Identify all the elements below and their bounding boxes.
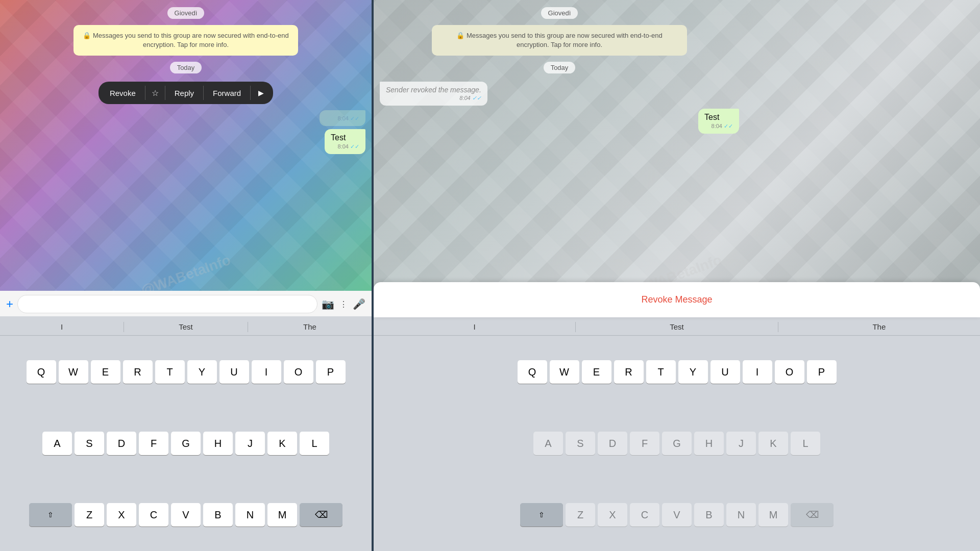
right-key-r[interactable]: R bbox=[614, 360, 644, 384]
right-suggestion-1[interactable]: Test bbox=[576, 320, 777, 333]
right-key-x[interactable]: X bbox=[598, 503, 627, 527]
right-revoked-wrapper: Sender revoked the message. 8:04 ✓✓ bbox=[380, 82, 739, 106]
key-backspace[interactable]: ⌫ bbox=[300, 503, 342, 527]
ctx-separator-3 bbox=[203, 86, 204, 100]
right-key-n[interactable]: N bbox=[726, 503, 756, 527]
key-i[interactable]: I bbox=[252, 360, 281, 384]
right-key-u[interactable]: U bbox=[710, 360, 740, 384]
left-input-icons: 📷 ⋮ 🎤 bbox=[322, 298, 365, 310]
left-message-input[interactable] bbox=[17, 295, 317, 313]
right-key-p[interactable]: P bbox=[807, 360, 837, 384]
right-test-bubble: Test 8:04 ✓✓ bbox=[698, 109, 739, 134]
reply-button[interactable]: Reply bbox=[166, 85, 202, 102]
bubble-hidden-meta: 8:04 ✓✓ bbox=[326, 115, 359, 122]
right-key-m[interactable]: M bbox=[758, 503, 788, 527]
key-u[interactable]: U bbox=[219, 360, 249, 384]
key-v[interactable]: V bbox=[171, 503, 201, 527]
bubble-test-meta: 8:04 ✓✓ bbox=[331, 143, 359, 150]
right-key-y[interactable]: Y bbox=[678, 360, 708, 384]
revoke-message-button[interactable]: Revoke Message bbox=[384, 290, 970, 309]
right-key-t[interactable]: T bbox=[646, 360, 676, 384]
right-key-c[interactable]: C bbox=[630, 503, 659, 527]
key-x[interactable]: X bbox=[107, 503, 136, 527]
left-more-icon[interactable]: ⋮ bbox=[339, 299, 348, 309]
key-y[interactable]: Y bbox=[187, 360, 217, 384]
right-key-h[interactable]: H bbox=[694, 432, 724, 455]
key-d[interactable]: D bbox=[107, 432, 136, 455]
left-mic-icon[interactable]: 🎤 bbox=[353, 298, 365, 310]
right-day-badge-today: Today bbox=[544, 62, 576, 73]
key-s[interactable]: S bbox=[75, 432, 104, 455]
right-test-wrapper: Test 8:04 ✓✓ bbox=[380, 109, 739, 134]
right-key-j[interactable]: J bbox=[726, 432, 756, 455]
right-messages: Sender revoked the message. 8:04 ✓✓ Test… bbox=[380, 82, 739, 134]
key-b[interactable]: B bbox=[203, 503, 233, 527]
test-checkmarks: ✓✓ bbox=[350, 143, 359, 149]
key-h[interactable]: H bbox=[203, 432, 233, 455]
left-suggestion-2[interactable]: The bbox=[248, 320, 372, 333]
right-key-d[interactable]: D bbox=[598, 432, 627, 455]
right-test-meta: 8:04 ✓✓ bbox=[704, 123, 733, 130]
star-icon[interactable]: ☆ bbox=[146, 84, 164, 102]
key-q[interactable]: Q bbox=[27, 360, 56, 384]
key-r[interactable]: R bbox=[123, 360, 153, 384]
key-z[interactable]: Z bbox=[75, 503, 104, 527]
right-key-shift[interactable]: ⇧ bbox=[520, 503, 563, 527]
right-key-q[interactable]: Q bbox=[518, 360, 547, 384]
key-e[interactable]: E bbox=[91, 360, 120, 384]
key-f[interactable]: F bbox=[139, 432, 168, 455]
right-key-e[interactable]: E bbox=[582, 360, 611, 384]
key-a[interactable]: A bbox=[42, 432, 72, 455]
key-k[interactable]: K bbox=[267, 432, 297, 455]
right-key-f[interactable]: F bbox=[630, 432, 659, 455]
key-p[interactable]: P bbox=[316, 360, 346, 384]
play-button[interactable]: ▶ bbox=[252, 84, 270, 102]
right-key-k[interactable]: K bbox=[758, 432, 788, 455]
right-suggestion-0[interactable]: I bbox=[374, 320, 575, 333]
key-n[interactable]: N bbox=[235, 503, 265, 527]
ctx-separator-1 bbox=[145, 86, 145, 100]
right-keyboard-rows: Q W E R T Y U I O P A S D F G H J K L bbox=[374, 336, 980, 551]
right-encryption-notice[interactable]: 🔒 Messages you send to this group are no… bbox=[432, 25, 687, 56]
key-shift[interactable]: ⇧ bbox=[29, 503, 72, 527]
key-g[interactable]: G bbox=[171, 432, 201, 455]
right-key-l[interactable]: L bbox=[791, 432, 820, 455]
right-key-s[interactable]: S bbox=[566, 432, 595, 455]
right-key-g[interactable]: G bbox=[662, 432, 692, 455]
right-key-z[interactable]: Z bbox=[566, 503, 595, 527]
key-w[interactable]: W bbox=[59, 360, 88, 384]
right-key-i[interactable]: I bbox=[743, 360, 772, 384]
left-camera-icon[interactable]: 📷 bbox=[322, 298, 334, 310]
left-plus-button[interactable]: + bbox=[6, 297, 13, 311]
revoke-action-sheet: Revoke Message bbox=[374, 282, 980, 317]
right-key-w[interactable]: W bbox=[550, 360, 579, 384]
left-suggestion-1[interactable]: Test bbox=[124, 320, 248, 333]
right-key-backspace[interactable]: ⌫ bbox=[791, 503, 834, 527]
key-m[interactable]: M bbox=[267, 503, 297, 527]
right-key-v[interactable]: V bbox=[662, 503, 692, 527]
right-key-b[interactable]: B bbox=[694, 503, 724, 527]
message-context-menu: Revoke ☆ Reply Forward ▶ bbox=[99, 82, 273, 104]
key-c[interactable]: C bbox=[139, 503, 168, 527]
bubble-test: Test 8:04 ✓✓ bbox=[325, 129, 365, 154]
left-encryption-notice[interactable]: 🔒 Messages you send to this group are no… bbox=[74, 25, 298, 56]
right-chat-area: Giovedì 🔒 Messages you send to this grou… bbox=[374, 0, 745, 316]
left-suggestion-0[interactable]: I bbox=[0, 320, 124, 333]
key-j[interactable]: J bbox=[235, 432, 265, 455]
right-suggestions: I Test The bbox=[374, 316, 980, 336]
left-messages: 8:04 ✓✓ Test 8:04 ✓✓ bbox=[6, 110, 365, 154]
forward-button[interactable]: Forward bbox=[205, 85, 249, 102]
right-key-a[interactable]: A bbox=[533, 432, 563, 455]
key-l[interactable]: L bbox=[300, 432, 329, 455]
right-row-3: ⇧ Z X C V B N M ⌫ bbox=[375, 503, 978, 527]
key-o[interactable]: O bbox=[284, 360, 313, 384]
left-keyboard: I Test The Q W E R T Y U I O P A S D bbox=[0, 316, 372, 551]
revoke-button[interactable]: Revoke bbox=[102, 85, 144, 102]
right-keyboard: I Test The Q W E R T Y U I O P A S D bbox=[374, 316, 980, 551]
key-t[interactable]: T bbox=[155, 360, 185, 384]
left-row-2: A S D F G H J K L bbox=[2, 432, 370, 455]
right-suggestion-2[interactable]: The bbox=[778, 320, 980, 333]
right-row-2: A S D F G H J K L bbox=[375, 432, 978, 455]
right-key-o[interactable]: O bbox=[775, 360, 804, 384]
ctx-separator-2 bbox=[165, 86, 165, 100]
